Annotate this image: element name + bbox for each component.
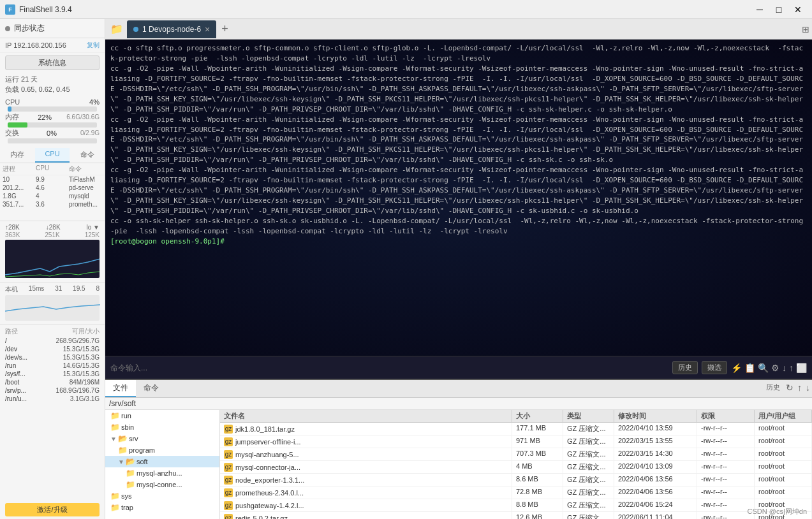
file-list: 文件名 大小 类型 修改时间 权限 用户/用户组 gzjdk1.8.0_181.…: [220, 410, 812, 519]
process-list: 进程 CPU 命令 10 9.9 TiFlashM 201.2... 4.6 p…: [0, 163, 105, 221]
close-button[interactable]: ✕: [789, 3, 807, 17]
file-row[interactable]: gzprometheus-2.34.0.l... 72.8 MB GZ 压缩文.…: [220, 486, 812, 499]
swap-bar-container: [8, 138, 97, 143]
disk-row: /boot 84M/196M: [5, 378, 100, 386]
sys-info-button[interactable]: 系统信息: [5, 55, 100, 70]
latency-row: 本机 15ms 31 19.5 8: [5, 285, 100, 294]
terminal-output: cc -o sftp sftp.o progressmeter.o sftp-c…: [110, 43, 807, 247]
list-item[interactable]: 10 9.9 TiFlashM: [0, 175, 105, 184]
disk-row: /dev 15.3G/15.3G: [5, 345, 100, 353]
file-tree: 📁 run 📁 sbin ▼ 📂 srv: [105, 410, 220, 519]
folder-icon: 📁: [110, 423, 120, 432]
tab-command[interactable]: 命令: [70, 148, 105, 163]
file-row[interactable]: gzmysql-anzhuang-5... 707.3 MB GZ 压缩文...…: [220, 448, 812, 461]
file-toolbar: /srv/soft: [105, 398, 812, 410]
gz-icon: gz: [224, 501, 233, 510]
folder-icon: 📁: [110, 492, 120, 501]
add-tab-button[interactable]: +: [218, 22, 232, 36]
upgrade-button[interactable]: 激活/升级: [5, 503, 100, 516]
refresh-icon[interactable]: ↻: [784, 380, 795, 397]
list-item[interactable]: 1.8G 4 mysqld: [0, 192, 105, 200]
list-item[interactable]: 351.7... 3.6 prometh...: [0, 200, 105, 208]
grid-icon[interactable]: ⊞: [802, 24, 809, 34]
tab-label: 1 Devops-node-6: [142, 25, 201, 34]
gz-icon: gz: [224, 450, 233, 459]
minimize-button[interactable]: ─: [751, 3, 769, 17]
tree-item-program[interactable]: 📁 program: [105, 444, 219, 456]
file-row[interactable]: gzjdk1.8.0_181.tar.gz 177.1 MB GZ 压缩文...…: [220, 423, 812, 435]
folder-icon[interactable]: 📁: [108, 23, 126, 35]
copy-button[interactable]: 复制: [87, 41, 100, 50]
list-item[interactable]: 201.2... 4.6 pd-serve: [0, 184, 105, 192]
cpu-label: CPU: [5, 98, 24, 106]
expand-icon[interactable]: ⬜: [796, 363, 807, 373]
tree-item-srv[interactable]: ▼ 📂 srv: [105, 433, 219, 444]
mem-label: 内存: [5, 112, 24, 122]
tree-item-sbin[interactable]: 📁 sbin: [105, 421, 219, 433]
mem-bar: [8, 122, 27, 128]
history-toggle[interactable]: 历史: [762, 380, 784, 397]
tab-memory[interactable]: 内存: [0, 148, 35, 163]
net-up: ↑28K: [5, 224, 20, 231]
net-down: ↓28K: [46, 224, 61, 231]
maximize-button[interactable]: □: [770, 3, 788, 17]
net-val-3: 125K: [85, 231, 100, 238]
app-icon: F: [5, 4, 15, 15]
tree-item-mysql-conne[interactable]: 📁 mysql-conne...: [105, 479, 219, 490]
swap-label: 交换: [5, 128, 24, 138]
gz-icon: gz: [224, 425, 233, 434]
tree-item-mysql-anzhu[interactable]: 📁 mysql-anzhu...: [105, 467, 219, 479]
file-row[interactable]: gzmysql-connector-ja... 4 MB GZ 压缩文... 2…: [220, 461, 812, 474]
file-row[interactable]: gzredis-5.0.2.tar.gz 12.6 MB GZ 压缩文... 2…: [220, 512, 812, 519]
tab-dot: [133, 27, 138, 32]
cpu-bar: [8, 106, 11, 112]
download-icon[interactable]: ↓: [782, 363, 786, 373]
network-chart: [5, 240, 100, 278]
history-button[interactable]: 历史: [672, 361, 698, 374]
current-path: /srv/soft: [109, 399, 136, 408]
tab-close-button[interactable]: ×: [205, 24, 210, 34]
settings-icon[interactable]: ⚙: [771, 363, 779, 373]
disk-row: /srv/p... 168.9G/196.7G: [5, 386, 100, 395]
search-icon[interactable]: 🔍: [758, 363, 769, 373]
latency-val-2: 31: [55, 285, 62, 294]
load-label: 负载 0.65, 0.62, 0.45: [5, 85, 70, 94]
folder-icon: 📁: [110, 411, 120, 420]
sync-indicator: [5, 26, 10, 31]
upload-icon[interactable]: ↑: [789, 363, 794, 373]
mem-pct: 22%: [38, 113, 52, 121]
tree-item-sys[interactable]: 📁 sys: [105, 490, 219, 502]
disk-header: 路径 可用/大小: [5, 326, 100, 337]
clipboard-icon[interactable]: 📋: [744, 363, 755, 373]
file-tabs: 文件 命令 历史 ↻ ↑ ↓: [105, 380, 812, 398]
gz-icon: gz: [224, 463, 233, 472]
gz-icon: gz: [224, 514, 233, 520]
select-button[interactable]: 撷选: [702, 361, 727, 374]
tree-item-soft[interactable]: ▼ 📂 soft: [105, 456, 219, 467]
file-row[interactable]: gzpushgateway-1.4.2.l... 8.8 MB GZ 压缩文..…: [220, 499, 812, 512]
download-file-icon[interactable]: ↓: [804, 380, 812, 397]
ip-address: IP 192.168.200.156: [5, 41, 66, 49]
terminal-area[interactable]: cc -o sftp sftp.o progressmeter.o sftp-c…: [105, 40, 812, 356]
latency-section: 本机 15ms 31 19.5 8: [0, 282, 105, 325]
tab-cpu[interactable]: CPU: [35, 148, 70, 163]
command-input[interactable]: [110, 363, 668, 372]
file-row[interactable]: gznode_exporter-1.3.1... 8.6 MB GZ 压缩文..…: [220, 474, 812, 486]
disk-row: /run/u... 3.1G/3.1G: [5, 395, 100, 403]
tree-item-run[interactable]: 📁 run: [105, 410, 219, 421]
lightning-icon[interactable]: ⚡: [731, 363, 742, 373]
tab-files[interactable]: 文件: [105, 380, 136, 397]
mem-bar-container: [8, 122, 97, 128]
tree-item-trap[interactable]: 📁 trap: [105, 502, 219, 513]
gz-icon: gz: [224, 476, 233, 485]
swap-value: 0/2.9G: [80, 129, 100, 136]
sidebar: 同步状态 IP 192.168.200.156 复制 系统信息 运行 21 天 …: [0, 19, 105, 519]
session-tab[interactable]: 1 Devops-node-6 ×: [127, 20, 216, 38]
net-val-2: 251K: [45, 231, 59, 238]
tab-commands[interactable]: 命令: [136, 380, 166, 397]
file-row[interactable]: gzjumpserver-offline-i... 971 MB GZ 压缩文.…: [220, 435, 812, 448]
file-panel: 文件 命令 历史 ↻ ↑ ↓ /srv/soft 📁: [105, 380, 812, 519]
right-panel: 📁 1 Devops-node-6 × + ⊞ cc -o sftp sftp.…: [105, 19, 812, 519]
upload-file-icon[interactable]: ↑: [795, 380, 804, 397]
runtime-label: 运行 21 天: [5, 75, 38, 84]
